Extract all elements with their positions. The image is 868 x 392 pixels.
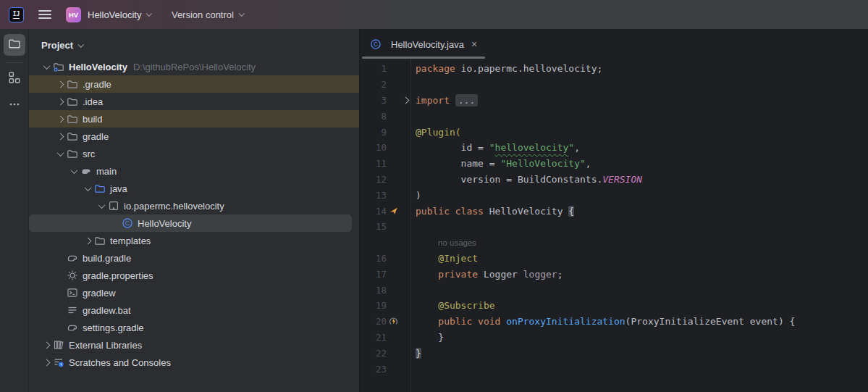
close-icon[interactable]: ×	[471, 39, 477, 49]
code-token: ,	[586, 158, 591, 169]
code-token: {	[568, 206, 574, 217]
tree-item--gradle[interactable]: .gradle	[29, 75, 359, 93]
folder-icon	[67, 78, 78, 90]
project-view-selector[interactable]: Project	[29, 29, 359, 57]
gradle-icon	[67, 322, 78, 333]
code-text: id = "hellovelocity",	[410, 142, 580, 153]
tree-item-label: build.gradle	[83, 253, 131, 264]
tree-item-label: .idea	[83, 96, 103, 107]
tree-item-scratches-and-consoles[interactable]: Scratches and Consoles	[29, 354, 359, 371]
code-token: VERSION	[602, 174, 642, 185]
chevron-glyph	[57, 115, 64, 122]
tab-hellovelocity-java[interactable]: C HelloVelocity.java ×	[361, 29, 486, 59]
code-text: @Subscribe	[410, 300, 495, 311]
inlay-hint-line: no usages	[361, 235, 868, 251]
code-line: 1package io.papermc.hellovelocity;	[361, 61, 868, 77]
code-line: 3import ...	[361, 93, 868, 109]
line-number: 13	[361, 190, 387, 201]
code-token: )	[416, 190, 421, 201]
chevron-down-icon[interactable]	[41, 64, 53, 70]
structure-icon	[8, 71, 21, 87]
code-token	[450, 95, 455, 106]
gear-icon	[67, 270, 78, 281]
code-line: 11 name = "HelloVelocity",	[361, 156, 868, 172]
project-selector[interactable]: HelloVelocity	[88, 9, 151, 20]
tree-item-gradlew[interactable]: gradlew	[29, 284, 359, 301]
tree-item--idea[interactable]: .idea	[29, 93, 359, 110]
chevron-glyph	[57, 133, 64, 140]
chevron-down-icon[interactable]	[96, 204, 108, 209]
velocity-gutter-icon[interactable]	[387, 207, 400, 215]
main-menu-icon[interactable]	[38, 10, 51, 19]
chevron-right-icon[interactable]	[41, 343, 53, 348]
tree-item-build-gradle[interactable]: build.gradle	[29, 249, 359, 267]
code-editor[interactable]: 1package io.papermc.hellovelocity;23impo…	[361, 59, 868, 392]
svg-text:C: C	[374, 41, 378, 48]
code-token: (ProxyInitializeEvent event) {	[625, 316, 796, 327]
chevron-glyph	[43, 359, 51, 366]
tree-item-java[interactable]: java	[29, 180, 359, 197]
chevron-right-icon[interactable]	[82, 238, 94, 243]
chevron-down-icon	[146, 11, 152, 17]
stripe-button-more[interactable]	[4, 95, 25, 117]
stripe-button-structure[interactable]	[4, 68, 25, 90]
tree-item-label: settings.gradle	[83, 322, 144, 333]
line-number: 3	[361, 95, 387, 106]
code-token: public void	[438, 316, 500, 327]
tree-item-src[interactable]: src	[29, 145, 359, 162]
code-token: }	[416, 332, 444, 343]
tree-item-hellovelocity[interactable]: HelloVelocityD:\githubRePos\HelloVelocit…	[29, 58, 359, 75]
line-number: 9	[361, 127, 387, 138]
chevron-glyph	[71, 167, 78, 174]
chevron-right-icon[interactable]	[54, 117, 67, 122]
tree-item-settings-gradle[interactable]: settings.gradle	[29, 319, 359, 336]
chevron-glyph	[402, 97, 409, 104]
tree-item-gradle-properties[interactable]: gradle.properties	[29, 267, 359, 284]
code-token	[416, 253, 438, 264]
subscribe-gutter-icon[interactable]	[387, 317, 400, 326]
chevron-right-icon[interactable]	[54, 82, 67, 87]
project-avatar[interactable]: HV	[66, 7, 81, 22]
project-folder-stripe-icon	[8, 37, 21, 53]
code-text: name = "HelloVelocity",	[410, 158, 591, 169]
folder-icon	[67, 148, 78, 159]
code-token: private	[438, 269, 478, 280]
console-icon	[67, 287, 78, 299]
tree-item-templates[interactable]: templates	[29, 232, 359, 249]
tree-item-io-papermc-hellovelocity[interactable]: io.papermc.hellovelocity	[29, 197, 359, 214]
stripe-button-project-folder-stripe[interactable]	[4, 34, 25, 56]
tree-item-label: gradlew.bat	[83, 305, 131, 316]
editor-area: C HelloVelocity.java × 1package io.paper…	[361, 29, 868, 392]
chevron-right-icon[interactable]	[41, 360, 53, 365]
chevron-down-icon[interactable]	[68, 169, 80, 174]
chevron-right-icon[interactable]	[54, 134, 67, 139]
chevron-down-icon[interactable]	[82, 186, 94, 191]
chevron-down-icon[interactable]	[54, 151, 67, 157]
code-text: )	[410, 190, 421, 201]
tree-item-build[interactable]: build	[29, 110, 359, 128]
intellij-logo-icon[interactable]: IJ	[9, 7, 24, 22]
ide-window: IJ HV HelloVelocity Version control Proj…	[0, 0, 868, 392]
code-text: package io.papermc.hellovelocity;	[410, 63, 602, 74]
code-line: 21 }	[361, 330, 868, 346]
fold-marker-icon[interactable]	[400, 98, 410, 103]
class-icon: C	[122, 217, 133, 229]
tree-item-gradlew-bat[interactable]: gradlew.bat	[29, 301, 359, 319]
line-number: 17	[361, 269, 387, 280]
chevron-right-icon[interactable]	[54, 99, 67, 104]
usages-inlay-hint[interactable]: no usages	[438, 238, 476, 247]
code-token: }	[416, 348, 421, 359]
tree-item-main[interactable]: main	[29, 162, 359, 180]
tree-item-hellovelocity[interactable]: CHelloVelocity	[29, 214, 352, 232]
line-number: 22	[361, 348, 387, 359]
code-token: ...	[455, 94, 478, 107]
code-line: 9@Plugin(	[361, 124, 868, 140]
line-number: 18	[361, 285, 387, 296]
vcs-widget[interactable]: Version control	[172, 9, 244, 20]
tree-item-label: gradle.properties	[83, 270, 153, 281]
code-token	[416, 300, 438, 311]
tree-item-gradle[interactable]: gradle	[29, 128, 359, 145]
tree-item-external-libraries[interactable]: External Libraries	[29, 336, 359, 354]
code-text: private Logger logger;	[410, 269, 563, 280]
tree-item-label: HelloVelocity	[138, 218, 191, 229]
